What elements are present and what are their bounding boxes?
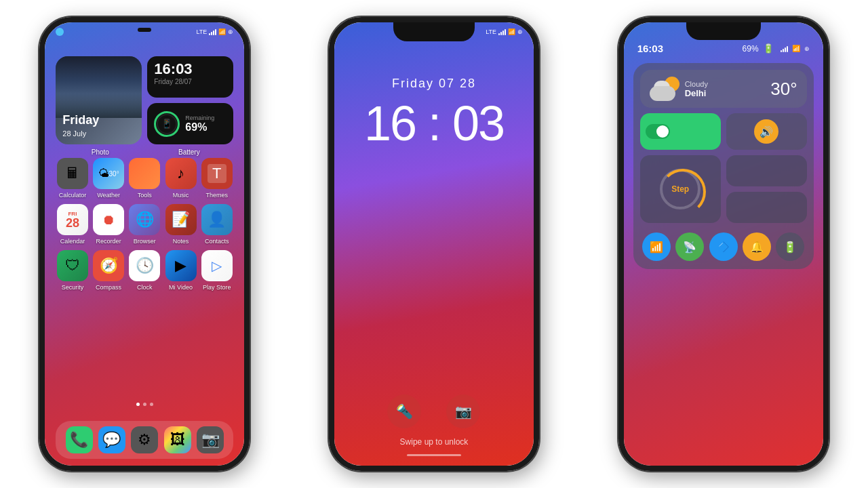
right-top-widget[interactable] <box>726 155 807 186</box>
step-widget[interactable]: Step <box>640 155 721 223</box>
phone2-lock: LTE 📶 ⊕ Friday 07 28 16 : 03 🔦 📷 Swipe u… <box>329 17 539 471</box>
app-clock[interactable]: 🕓 Clock <box>128 250 161 291</box>
toggle-row: 🔊 <box>640 113 807 150</box>
network-toggle-knob <box>656 125 669 138</box>
tool-icon: 🔦 <box>396 403 413 420</box>
weather-condition: Cloudy <box>685 80 708 88</box>
lock-signal-icon <box>498 28 506 35</box>
message-icon: 💬 <box>98 426 125 453</box>
cc-battery-area: 69% 🔋 📶 ⊕ <box>743 43 810 54</box>
battery-circle: 📱 <box>154 111 180 137</box>
playstore-label: Play Store <box>203 284 231 291</box>
music-label: Music <box>173 192 189 199</box>
app-recorder[interactable]: ⏺ Recorder <box>92 204 125 245</box>
network-icon: LTE <box>196 28 207 35</box>
dock-camera[interactable]: 📷 <box>197 426 224 453</box>
app-weather[interactable]: 🌤 30° Weather <box>92 158 125 199</box>
wifi-button[interactable]: 📶 <box>642 232 671 261</box>
lock-status-icons: LTE 📶 ⊕ <box>486 28 523 35</box>
app-mivideo[interactable]: ▶ Mi Video <box>164 250 197 291</box>
app-calendar[interactable]: FRI 28 Calendar <box>56 204 89 245</box>
lock-time: 16 : 03 <box>334 96 534 151</box>
calculator-icon: 🖩 <box>57 158 88 189</box>
weather-city: Delhi <box>685 88 708 98</box>
network-toggle[interactable] <box>640 113 721 150</box>
middle-widgets: Step <box>640 155 807 223</box>
right-bottom-widget[interactable] <box>726 192 807 223</box>
weather-info: Cloudy Delhi <box>685 80 708 98</box>
step-ring: Step <box>660 169 701 209</box>
playstore-icon: ▷ <box>201 250 233 281</box>
signal-button[interactable]: 📡 <box>675 232 704 261</box>
app-security[interactable]: 🛡 Security <box>56 250 89 291</box>
gallery-icon: 🖼 <box>164 426 191 453</box>
dot-3 <box>150 403 153 406</box>
compass-label: Compass <box>96 284 121 291</box>
app-music[interactable]: ♪ Music <box>164 158 197 199</box>
themes-icon: T <box>201 158 233 189</box>
volume-toggle[interactable]: 🔊 <box>726 113 807 150</box>
app-notes[interactable]: 📝 Notes <box>164 204 197 245</box>
lock-wifi-icon: 📶 <box>508 28 515 35</box>
dock-gallery[interactable]: 🖼 <box>164 426 191 453</box>
lock-camera-button[interactable]: 📷 <box>446 394 480 428</box>
app-contacts[interactable]: 👤 Contacts <box>200 204 233 245</box>
bluetooth-button[interactable]: 🔷 <box>709 232 738 261</box>
cc-signal-icon <box>781 45 788 52</box>
cc-battery-pct: 69% <box>743 44 759 54</box>
weather-left: Cloudy Delhi <box>650 77 708 101</box>
cc-header: 16:03 69% 🔋 📶 ⊕ <box>637 43 810 54</box>
photo-widget[interactable]: Friday 28 July <box>56 56 142 144</box>
cc-time: 16:03 <box>637 43 663 54</box>
notes-icon: 📝 <box>165 204 197 235</box>
photo-date: 28 July <box>62 129 86 138</box>
battery-widget[interactable]: 📱 Remaining 69% <box>147 103 233 144</box>
widget-row: Friday 28 July 16:03 Friday 28/07 📱 Rema… <box>56 56 233 144</box>
weather-label: Weather <box>97 192 120 199</box>
status-icons: LTE 📶 ⊕ <box>196 28 233 35</box>
cloud-main <box>650 86 675 101</box>
app-compass[interactable]: 🧭 Compass <box>92 250 125 291</box>
app-browser[interactable]: 🌐 Browser <box>128 204 161 245</box>
calendar-icon: FRI 28 <box>57 204 88 235</box>
dock-settings[interactable]: ⚙ <box>131 426 158 453</box>
bell-button[interactable]: 🔔 <box>743 232 771 261</box>
dock-message[interactable]: 💬 <box>98 426 125 453</box>
location-icon: ⊕ <box>228 28 233 35</box>
compass-icon: 🧭 <box>93 250 124 281</box>
app-calculator[interactable]: 🖩 Calculator <box>56 158 89 199</box>
bluetooth-btn-icon: 🔷 <box>717 241 729 252</box>
swipe-line <box>407 454 461 456</box>
browser-label: Browser <box>134 238 156 245</box>
notch <box>138 28 151 32</box>
recorder-icon: ⏺ <box>93 204 124 235</box>
browser-icon: 🌐 <box>129 204 160 235</box>
lock-notch <box>393 22 475 41</box>
right-side-widgets <box>726 155 807 223</box>
cc-wifi-icon: 📶 <box>792 45 800 52</box>
contacts-label: Contacts <box>205 238 229 245</box>
app-themes[interactable]: T Themes <box>200 158 233 199</box>
lock-camera-icon: 📷 <box>455 403 472 420</box>
battery-button[interactable]: 🔋 <box>776 232 804 261</box>
lock-tool-button[interactable]: 🔦 <box>387 394 421 428</box>
dot-2 <box>143 403 146 406</box>
bell-btn-icon: 🔔 <box>750 241 764 253</box>
photo-image <box>56 56 142 118</box>
right-widgets: 16:03 Friday 28/07 📱 Remaining 69% <box>147 56 233 144</box>
battery-btn-icon: 🔋 <box>783 241 797 253</box>
calculator-label: Calculator <box>59 192 87 199</box>
battery-percentage: 69% <box>185 121 214 134</box>
weather-temperature: 30° <box>770 79 797 100</box>
lock-bottom-icons: 🔦 📷 <box>334 394 534 428</box>
status-bar-home: LTE 📶 ⊕ <box>45 22 244 41</box>
cc-notch <box>686 22 761 40</box>
weather-tile[interactable]: Cloudy Delhi 30° <box>640 70 807 108</box>
lock-date: Friday 07 28 <box>334 77 534 91</box>
dock-phone[interactable]: 📞 <box>66 426 93 453</box>
signal-icon <box>209 28 216 35</box>
clock-widget[interactable]: 16:03 Friday 28/07 <box>147 56 233 98</box>
mivideo-icon: ▶ <box>165 250 197 281</box>
app-playstore[interactable]: ▷ Play Store <box>200 250 233 291</box>
app-tools[interactable]: Tools <box>128 158 161 199</box>
